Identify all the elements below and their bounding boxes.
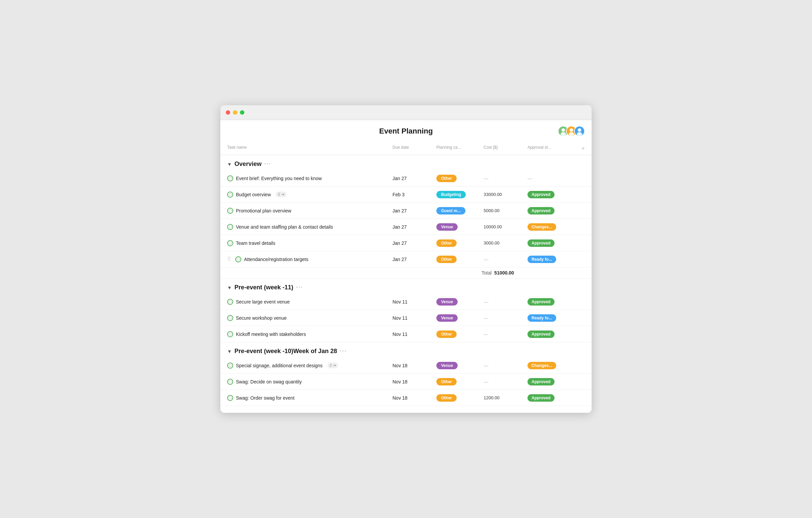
task-check-icon[interactable] bbox=[227, 175, 233, 181]
category-tag[interactable]: Venue bbox=[436, 223, 458, 231]
task-name: Promotional plan overview bbox=[236, 208, 291, 213]
task-name-cell: Swag: Order swag for event bbox=[227, 395, 393, 401]
due-date: Nov 18 bbox=[393, 395, 436, 401]
due-date: Nov 18 bbox=[393, 363, 436, 368]
task-check-icon[interactable] bbox=[227, 395, 233, 401]
category-cell: Other bbox=[436, 378, 484, 385]
approval-tag[interactable]: Approved bbox=[527, 298, 554, 306]
svg-point-19 bbox=[229, 380, 232, 383]
page-title-row: Event Planning bbox=[220, 127, 592, 136]
task-check-icon[interactable] bbox=[227, 379, 233, 385]
category-tag[interactable]: Guest m... bbox=[436, 207, 465, 214]
approval-cell: Ready fo... bbox=[527, 256, 575, 263]
task-check-icon[interactable] bbox=[227, 192, 233, 198]
col-due-date: Due date bbox=[393, 145, 436, 152]
total-label: Total bbox=[482, 270, 492, 276]
approval-cell: Approved bbox=[527, 239, 575, 247]
due-date: Jan 27 bbox=[393, 240, 436, 246]
category-tag[interactable]: Other bbox=[436, 378, 457, 385]
overview-menu[interactable]: ··· bbox=[264, 161, 271, 168]
approval-tag[interactable]: Approved bbox=[527, 394, 554, 402]
section-pre11-header[interactable]: ▼ Pre-event (week -11) ··· bbox=[220, 279, 592, 294]
due-date: Jan 27 bbox=[393, 208, 436, 213]
category-cell: Other bbox=[436, 256, 484, 263]
task-name-cell: Team travel details bbox=[227, 240, 393, 246]
approval-tag[interactable]: Approved bbox=[527, 191, 554, 198]
svg-point-1 bbox=[562, 128, 565, 132]
category-tag[interactable]: Other bbox=[436, 239, 457, 247]
approval-tag[interactable]: Approved bbox=[527, 330, 554, 338]
task-name: Swag: Order swag for event bbox=[236, 395, 295, 401]
pre11-title: Pre-event (week -11) bbox=[235, 284, 293, 291]
category-tag[interactable]: Venue bbox=[436, 298, 458, 306]
task-check-icon[interactable] bbox=[227, 331, 233, 337]
app-window: Event Planning bbox=[220, 105, 592, 413]
approval-tag[interactable]: Ready fo... bbox=[527, 256, 556, 263]
svg-point-9 bbox=[229, 177, 232, 180]
section-pre10-header[interactable]: ▼ Pre-event (week -10)Week of Jan 28 ··· bbox=[220, 342, 592, 357]
svg-point-4 bbox=[570, 128, 573, 132]
approval-tag[interactable]: Approved bbox=[527, 207, 554, 214]
category-tag[interactable]: Budgeting bbox=[436, 191, 466, 198]
task-check-icon[interactable] bbox=[235, 256, 241, 262]
category-tag[interactable]: Other bbox=[436, 256, 457, 263]
approval-tag[interactable]: Changes... bbox=[527, 362, 556, 369]
pre11-collapse-arrow[interactable]: ▼ bbox=[227, 285, 232, 290]
approval-cell: Approved bbox=[527, 207, 575, 214]
cost-cell: — bbox=[484, 332, 527, 337]
table-row: Secure workshop venue Nov 11 Venue — Rea… bbox=[220, 310, 592, 326]
task-name: Swag: Decide on swag quantity bbox=[236, 379, 302, 384]
overview-collapse-arrow[interactable]: ▼ bbox=[227, 162, 232, 167]
svg-point-13 bbox=[229, 242, 232, 244]
category-tag[interactable]: Other bbox=[436, 330, 457, 338]
category-tag[interactable]: Other bbox=[436, 175, 457, 182]
titlebar bbox=[220, 105, 592, 120]
avatar-group bbox=[558, 126, 585, 137]
task-check-icon[interactable] bbox=[227, 363, 233, 369]
add-column-button[interactable]: + bbox=[575, 145, 585, 152]
svg-point-16 bbox=[229, 317, 232, 319]
approval-tag[interactable]: Ready fo... bbox=[527, 314, 556, 322]
pre10-collapse-arrow[interactable]: ▼ bbox=[227, 349, 232, 354]
approval-cell: Changes... bbox=[527, 223, 575, 231]
task-name-cell: Secure workshop venue bbox=[227, 315, 393, 321]
pre11-menu[interactable]: ··· bbox=[296, 284, 303, 291]
task-name: Team travel details bbox=[236, 240, 275, 246]
table-row: Swag: Order swag for event Nov 18 Other … bbox=[220, 390, 592, 406]
category-cell: Other bbox=[436, 175, 484, 182]
task-check-icon[interactable] bbox=[227, 208, 233, 214]
cost-cell: — bbox=[484, 176, 527, 181]
drag-handle-icon[interactable]: ⠿ bbox=[227, 256, 231, 262]
approval-tag[interactable]: Approved bbox=[527, 378, 554, 385]
table-row: Kickoff meeting with stakeholders Nov 11… bbox=[220, 326, 592, 342]
category-cell: Venue bbox=[436, 223, 484, 231]
task-name-cell: ⠿ Attendance/registration targets bbox=[227, 256, 393, 262]
category-cell: Other bbox=[436, 330, 484, 338]
task-check-icon[interactable] bbox=[227, 240, 233, 246]
due-date: Nov 18 bbox=[393, 379, 436, 384]
category-tag[interactable]: Other bbox=[436, 394, 457, 402]
task-table: Task name Due date Planning ca... Cost [… bbox=[220, 142, 592, 406]
task-check-icon[interactable] bbox=[227, 315, 233, 321]
approval-cell: Approved bbox=[527, 394, 575, 402]
cost-cell: 10000.00 bbox=[484, 224, 527, 229]
task-name-cell: Promotional plan overview bbox=[227, 208, 393, 214]
task-name: Secure workshop venue bbox=[236, 315, 287, 321]
maximize-button[interactable] bbox=[240, 110, 244, 115]
category-tag[interactable]: Venue bbox=[436, 362, 458, 369]
approval-cell: Approved bbox=[527, 298, 575, 306]
approval-tag[interactable]: Approved bbox=[527, 239, 554, 247]
category-tag[interactable]: Venue bbox=[436, 314, 458, 322]
section-total-row: Total 51000.00 bbox=[220, 267, 592, 279]
due-date: Jan 27 bbox=[393, 257, 436, 262]
section-overview-header[interactable]: ▼ Overview ··· bbox=[220, 155, 592, 170]
pre10-menu[interactable]: ··· bbox=[340, 348, 347, 355]
close-button[interactable] bbox=[226, 110, 230, 115]
approval-tag[interactable]: Changes... bbox=[527, 223, 556, 231]
due-date: Jan 27 bbox=[393, 224, 436, 230]
minimize-button[interactable] bbox=[233, 110, 237, 115]
category-cell: Venue bbox=[436, 298, 484, 306]
task-check-icon[interactable] bbox=[227, 299, 233, 305]
avatar-3[interactable] bbox=[574, 126, 585, 137]
task-check-icon[interactable] bbox=[227, 224, 233, 230]
